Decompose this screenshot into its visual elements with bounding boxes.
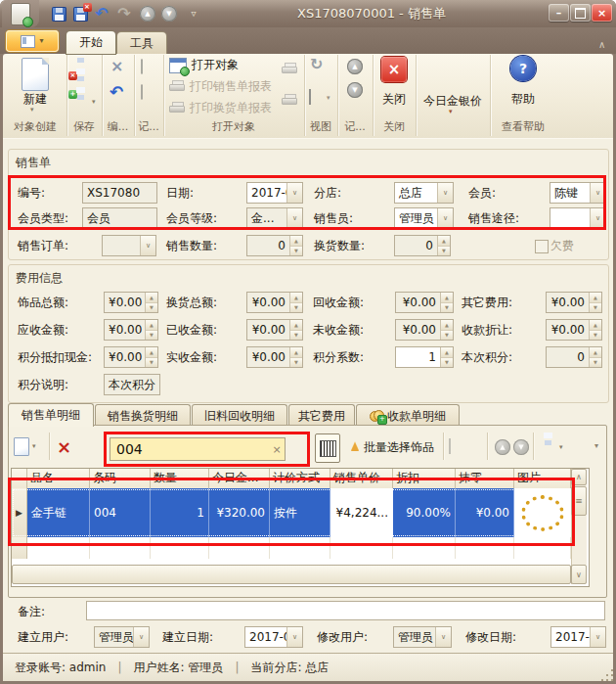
qat-customize-button[interactable]: ▿ <box>184 4 203 23</box>
refresh-button[interactable]: ↻ <box>310 55 323 73</box>
member-dropdown-icon[interactable]: ∨ <box>590 183 605 203</box>
fee-field-points-factor[interactable]: 1 ▲▼ <box>395 346 454 368</box>
channel-dropdown-icon[interactable]: ∨ <box>590 208 605 228</box>
fee-spinner[interactable]: ▲▼ <box>440 293 453 312</box>
barcode-search-input[interactable] <box>110 441 269 457</box>
move-up-button[interactable]: ▲ <box>495 439 510 455</box>
fee-spinner[interactable]: ▲▼ <box>145 293 157 312</box>
sales-qty-spinner[interactable]: ▲▼ <box>289 236 302 255</box>
new-dropdown-icon[interactable]: ▾ <box>30 106 34 114</box>
record-action-button-1[interactable] <box>141 60 143 73</box>
close-form-label[interactable]: 关闭 <box>373 91 416 108</box>
fee-spinner[interactable]: ▲▼ <box>145 347 157 367</box>
remark-input[interactable] <box>87 602 604 621</box>
fee-spinner[interactable]: ▲▼ <box>589 320 601 340</box>
print-exchange-report-button[interactable]: 打印换货单报表 <box>169 100 272 116</box>
cell-name[interactable]: 金手链 <box>27 488 90 537</box>
batch-select-button[interactable]: 批量选择饰品 <box>344 434 441 460</box>
fee-field-points-now[interactable]: 0 ▲▼ <box>546 346 602 368</box>
view-window-button[interactable] <box>309 90 311 104</box>
cell-barcode[interactable]: 004 <box>90 488 151 537</box>
prev-record-button[interactable]: ▲ <box>138 4 157 23</box>
help-button-label[interactable]: 帮助 <box>490 91 556 108</box>
exchange-qty-spinner[interactable]: ▲▼ <box>437 236 450 255</box>
cell-unit-price[interactable]: ¥4,224... <box>330 488 393 537</box>
arrears-checkbox[interactable] <box>535 240 549 253</box>
date-field[interactable]: 2017-0 ∨ <box>246 182 303 204</box>
open-object-button[interactable]: 打开对象 <box>169 57 239 73</box>
cell-qty[interactable]: 1 <box>151 488 209 537</box>
order-dropdown-icon[interactable]: ∨ <box>140 236 155 255</box>
order-field[interactable]: ∨ <box>102 235 156 256</box>
tab-sales-detail[interactable]: 销售单明细 <box>8 403 94 427</box>
channel-field[interactable]: ∨ <box>550 207 606 229</box>
ribbon-tab-tools[interactable]: 工具 <box>117 32 166 55</box>
barcode-search-box[interactable]: × <box>110 437 286 461</box>
add-row-dropdown-icon[interactable]: ▾ <box>32 442 36 450</box>
header-barcode[interactable]: 条码 <box>90 469 151 488</box>
created-date-field[interactable]: 2017-0 ∨ <box>244 626 303 648</box>
fee-field-received[interactable]: ¥0.00 ▲▼ <box>246 319 303 341</box>
header-gold-price[interactable]: 今日金... <box>209 469 270 488</box>
fee-spinner[interactable]: ▲▼ <box>589 293 601 312</box>
scroll-down-button[interactable]: ∨ <box>571 565 587 584</box>
close-button[interactable]: × <box>592 4 612 22</box>
tab-recycle-detail[interactable]: 旧料回收明细 <box>192 404 287 426</box>
help-button[interactable]: ? <box>510 56 536 81</box>
fee-spinner[interactable]: ▲▼ <box>289 320 302 340</box>
modified-date-field[interactable]: 2017-0 ∨ <box>550 626 606 648</box>
created-date-dropdown-icon[interactable]: ∨ <box>286 627 302 647</box>
fee-field-exchange-total[interactable]: ¥0.00 ▲▼ <box>246 292 303 313</box>
fee-field-recycle[interactable]: ¥0.00 ▲▼ <box>395 292 454 313</box>
ribbon-menu-button[interactable]: ▾ <box>6 30 59 52</box>
row-selector-cell[interactable]: ▶ <box>12 488 27 537</box>
fee-field-unreceived[interactable]: ¥0.00 ▲▼ <box>395 319 454 341</box>
horizontal-scrollbar[interactable] <box>12 565 571 584</box>
header-unit-price[interactable]: 销售单价 <box>330 469 393 488</box>
branch-field[interactable]: 总店 ∨ <box>394 182 454 204</box>
header-qty[interactable]: 数量 <box>151 469 209 488</box>
record-action-button-2[interactable] <box>141 85 143 99</box>
cell-image[interactable] <box>514 488 571 537</box>
tab-receipt-detail[interactable]: +收款单明细 <box>356 404 460 426</box>
gold-price-button[interactable]: 今日金银价 <box>416 93 490 110</box>
modified-date-dropdown-icon[interactable]: ∨ <box>590 627 605 647</box>
salesman-field[interactable]: 管理员 ∨ <box>394 207 454 229</box>
save-dropdown-icon[interactable]: ▾ <box>92 98 96 106</box>
resize-grip[interactable] <box>606 674 608 676</box>
fee-field-discount-allow[interactable]: ¥0.00 ▲▼ <box>546 319 602 341</box>
branch-dropdown-icon[interactable]: ∨ <box>437 183 453 203</box>
date-dropdown-icon[interactable]: ∨ <box>286 183 302 203</box>
app-button[interactable] <box>2 0 39 27</box>
created-by-dropdown-icon[interactable]: ∨ <box>133 627 149 647</box>
header-pricing[interactable]: 计价方式 <box>270 469 330 488</box>
toolbar-overflow-icon[interactable]: ▾ <box>594 441 598 450</box>
gold-price-dropdown-icon[interactable]: ▾ <box>449 108 453 115</box>
barcode-scan-button[interactable] <box>315 433 340 463</box>
quick-save-close-button[interactable]: × <box>70 4 90 23</box>
redo-button[interactable]: ↷ <box>114 4 134 23</box>
clear-icon[interactable]: × <box>269 443 285 456</box>
modified-by-field[interactable]: 管理员 ∨ <box>393 626 452 648</box>
header-rounding[interactable]: 抹零 <box>456 469 514 488</box>
salesman-dropdown-icon[interactable]: ∨ <box>437 208 453 228</box>
header-name[interactable]: 品名 <box>27 469 90 488</box>
remark-field[interactable] <box>86 601 605 620</box>
fee-spinner[interactable]: ▲▼ <box>289 347 302 367</box>
points-note-field[interactable]: 本次积分 <box>104 374 160 395</box>
ribbon-collapse-icon[interactable]: ∧ <box>598 39 605 50</box>
quick-save-button[interactable] <box>49 4 68 23</box>
add-row-button[interactable] <box>14 437 29 456</box>
new-button[interactable] <box>22 58 49 91</box>
undo-button[interactable]: ↶ <box>92 4 111 23</box>
scroll-up-button[interactable]: ∧ <box>571 469 587 485</box>
delete-record-button[interactable]: × <box>110 57 123 75</box>
ribbon-tab-start[interactable]: 开始 <box>66 31 115 54</box>
next-record-ribbon-button[interactable]: ▼ <box>347 82 363 98</box>
member-level-field[interactable]: 金... ∨ <box>246 207 303 229</box>
scrollbar-thumb[interactable]: ≡ <box>571 486 587 516</box>
print-sales-report-button[interactable]: 打印销售单报表 <box>169 78 272 95</box>
close-form-button[interactable]: × <box>381 57 407 82</box>
tab-other-fee[interactable]: 其它费用 <box>288 404 355 426</box>
fee-field-paid[interactable]: ¥0.00 ▲▼ <box>246 346 303 368</box>
